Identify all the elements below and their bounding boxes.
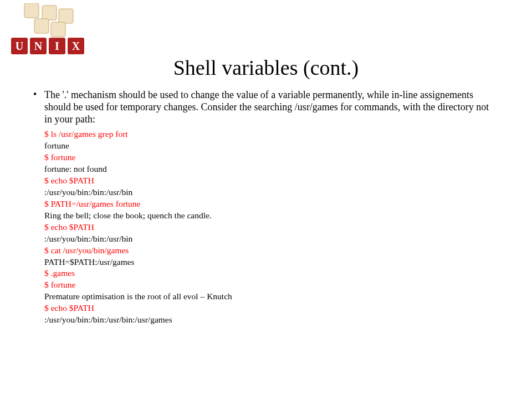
code-line: $ ls /usr/games grep fort xyxy=(44,129,499,140)
bullet-item: • The '.' mechanism should be used to ch… xyxy=(33,89,499,125)
code-line: $ cat /usr/you/bin/games xyxy=(44,245,499,257)
code-line: fortune: not found xyxy=(44,163,499,175)
logo-letter-x: X xyxy=(72,40,80,52)
intro-text: The '.' mechanism should be used to chan… xyxy=(44,89,499,125)
code-line: $ echo $PATH xyxy=(44,222,499,233)
code-line: $ echo $PATH xyxy=(44,175,499,187)
logo-letter-i: I xyxy=(55,40,59,52)
code-line: $ .games xyxy=(44,268,499,279)
svg-rect-4 xyxy=(51,22,65,37)
code-line: $ PATH=/usr/games fortune xyxy=(44,198,499,210)
code-line: fortune xyxy=(44,140,499,152)
slide-root: U N I X Shell variables (cont.) • The '.… xyxy=(0,0,532,399)
code-line: :/usr/you/bin:/bin:/usr/bin xyxy=(44,187,499,198)
code-line: :/usr/you/bin:/bin:/usr/bin xyxy=(44,233,499,245)
slide-title: Shell variables (cont.) xyxy=(0,55,532,80)
slide-body: • The '.' mechanism should be used to ch… xyxy=(33,89,499,326)
code-line: $ fortune xyxy=(44,279,499,291)
code-line: $ fortune xyxy=(44,152,499,163)
code-line: :/usr/you/bin:/bin:/usr/bin:/usr/games xyxy=(44,314,499,326)
bullet-glyph: • xyxy=(33,89,44,100)
code-line: $ echo $PATH xyxy=(44,303,499,314)
code-line: Ring the bell; close the book; quench th… xyxy=(44,210,499,222)
svg-rect-0 xyxy=(24,3,39,18)
code-line: Premature optimisation is the root of al… xyxy=(44,291,499,303)
code-line: PATH=$PATH:/usr/games xyxy=(44,257,499,268)
svg-rect-2 xyxy=(59,9,73,23)
svg-rect-1 xyxy=(42,6,57,20)
code-block: $ ls /usr/games grep fortfortune$ fortun… xyxy=(44,129,499,326)
logo-letter-n: N xyxy=(34,40,43,52)
unix-logo: U N I X xyxy=(8,3,85,59)
svg-rect-3 xyxy=(34,19,49,33)
logo-letter-u: U xyxy=(16,40,23,52)
